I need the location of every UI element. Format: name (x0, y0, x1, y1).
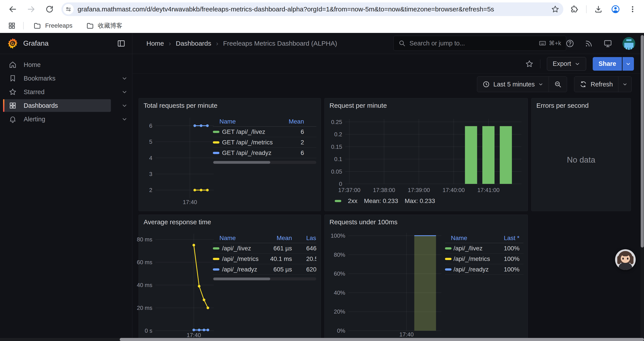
sidebar-item-home[interactable]: Home (3, 58, 128, 71)
panel-legend[interactable]: 2xxMean: 0.233Max: 0.233 (335, 197, 435, 204)
sidebar-item-starred[interactable]: Starred (3, 86, 128, 98)
grafana-logo[interactable] (6, 37, 19, 50)
legend-scrollbar[interactable] (213, 161, 316, 164)
svg-text:17:38:00: 17:38:00 (373, 187, 395, 193)
series-color-pill (335, 200, 341, 202)
forward-icon[interactable] (26, 4, 36, 15)
sidebar-item-bookmarks[interactable]: Bookmarks (3, 72, 128, 85)
legend-stat: Mean: 0.233 (364, 197, 398, 204)
dashboard-toolbar: Export Share (132, 54, 644, 74)
svg-text:0.15: 0.15 (331, 144, 342, 150)
breadcrumb-dashboards[interactable]: Dashboards (176, 40, 211, 47)
sidebar-item-dashboards[interactable]: Dashboards (3, 99, 128, 112)
url-text[interactable]: grafana.mathmast.com/d/deytv4rwavabkb/fr… (78, 6, 548, 13)
svg-text:40 ms: 40 ms (137, 282, 152, 288)
svg-text:3: 3 (149, 171, 152, 177)
chevron-down-icon (625, 61, 631, 67)
bookmark-folder[interactable]: 收藏博客 (82, 20, 126, 31)
chart-plot[interactable]: 0.250.20.150.10.05017:37:0017:38:0017:39… (328, 116, 526, 201)
refresh-interval-button[interactable] (618, 77, 632, 92)
legend-row[interactable]: /api/_/livez100% (445, 243, 524, 254)
chevron-down-icon[interactable] (122, 89, 128, 95)
legend-value: 40.1 ms (213, 255, 292, 262)
apps-grid-icon[interactable] (6, 21, 17, 31)
bookmark-folder-label: 收藏博客 (98, 22, 122, 30)
svg-text:0.05: 0.05 (331, 168, 342, 175)
svg-text:0.25: 0.25 (331, 119, 342, 125)
monitor-icon[interactable] (603, 39, 612, 48)
bookmarks-divider (23, 22, 24, 30)
legend-row[interactable]: /api/_/readyz605 µs620 (213, 264, 316, 275)
chart-plot[interactable]: 6543217:40 (142, 116, 218, 212)
download-icon[interactable] (593, 4, 604, 15)
legend-col-mean[interactable]: Mean (213, 235, 292, 242)
legend-row[interactable]: /api/_/livez661 µs646 (213, 243, 316, 254)
site-settings-icon[interactable] (63, 4, 74, 15)
bookmarks-list: Freeleaps收藏博客 (29, 20, 132, 31)
folder-icon (33, 22, 41, 30)
legend-value: 100% (445, 266, 520, 273)
time-range-button[interactable]: Last 5 minutes (477, 77, 549, 92)
profile-icon[interactable] (610, 4, 621, 15)
help-icon[interactable] (566, 39, 574, 48)
keyboard-icon (539, 40, 546, 47)
chevron-down-icon[interactable] (122, 116, 128, 122)
sidebar-item-alerting[interactable]: Alerting (3, 113, 128, 126)
chevron-down-icon[interactable] (122, 103, 128, 109)
share-menu-button[interactable] (622, 57, 634, 71)
chevron-down-icon[interactable] (122, 75, 128, 81)
zoom-out-button[interactable] (549, 77, 567, 92)
sidebar-item-label: Starred (24, 88, 44, 96)
legend-row[interactable]: GET /api/_/livez6 (213, 127, 316, 137)
panel-title[interactable]: Average response time (144, 218, 211, 226)
search-input[interactable]: Search or jump to... ⌘+k (394, 36, 566, 51)
sidebar-item-label: Alerting (24, 116, 45, 123)
reload-icon[interactable] (44, 4, 55, 15)
legend-scrollbar[interactable] (213, 277, 316, 280)
legend-scrollbar-thumb[interactable] (213, 161, 270, 164)
legend-row[interactable]: /api/_/readyz100% (445, 264, 524, 275)
news-rss-icon[interactable] (584, 39, 593, 48)
chart-plot[interactable]: 80 ms60 ms40 ms20 ms0 s17:40 (142, 232, 218, 341)
svg-text:0: 0 (339, 181, 342, 187)
panel-request-per-minute: Request per minute0.250.20.150.10.05017:… (324, 98, 528, 211)
share-button[interactable]: Share (593, 57, 622, 71)
bookmark-star-icon[interactable] (551, 5, 560, 14)
export-button[interactable]: Export (547, 57, 586, 71)
svg-text:17:40: 17:40 (400, 331, 414, 338)
legend-col-las[interactable]: Las (306, 235, 316, 242)
home-icon (9, 61, 17, 69)
assistant-avatar[interactable] (615, 249, 636, 270)
back-icon[interactable] (8, 4, 18, 15)
dock-menu-icon[interactable] (117, 39, 126, 48)
horizontal-scrollbar-thumb[interactable] (120, 338, 644, 341)
vertical-scrollbar-thumb[interactable] (641, 35, 644, 247)
legend-scrollbar-thumb[interactable] (213, 278, 270, 280)
bookmark-folder[interactable]: Freeleaps (29, 21, 76, 31)
legend-row[interactable]: /api/_/metrics40.1 ms20.5 r (213, 254, 316, 264)
svg-text:4: 4 (149, 155, 152, 161)
url-bar[interactable]: grafana.mathmast.com/d/deytv4rwavabkb/fr… (62, 3, 563, 16)
legend-row[interactable]: GET /api/_/readyz6 (213, 148, 316, 158)
svg-text:17:39:00: 17:39:00 (408, 187, 430, 193)
refresh-button[interactable]: Refresh (574, 77, 618, 92)
panel-title[interactable]: Requests under 100ms (330, 218, 398, 226)
panel-title[interactable]: Request per minute (330, 102, 387, 109)
breadcrumb-current: Freeleaps Metrics Dashboard (ALPHA) (223, 40, 337, 47)
svg-text:40%: 40% (334, 289, 345, 296)
share-split-button: Share (593, 57, 634, 71)
legend-row[interactable]: /api/_/metrics100% (445, 254, 524, 264)
browser-menu-icon[interactable] (627, 4, 638, 15)
extensions-icon[interactable] (569, 4, 580, 15)
panel-title[interactable]: Errors per second (536, 102, 588, 109)
breadcrumb-home[interactable]: Home (146, 40, 164, 47)
favorite-star-icon[interactable] (525, 60, 534, 68)
legend-value: 2 (213, 139, 304, 146)
chart-plot[interactable]: 100%80%60%40%20%0%17:40 (328, 232, 464, 341)
legend-col-mean[interactable]: Mean (213, 118, 304, 125)
legend-row[interactable]: GET /api/_/metrics2 (213, 137, 316, 148)
user-avatar[interactable] (622, 37, 635, 50)
panel-title[interactable]: Total requests per minute (144, 102, 218, 109)
breadcrumb-separator: › (216, 40, 218, 47)
legend-col-last[interactable]: Last * (445, 235, 520, 242)
